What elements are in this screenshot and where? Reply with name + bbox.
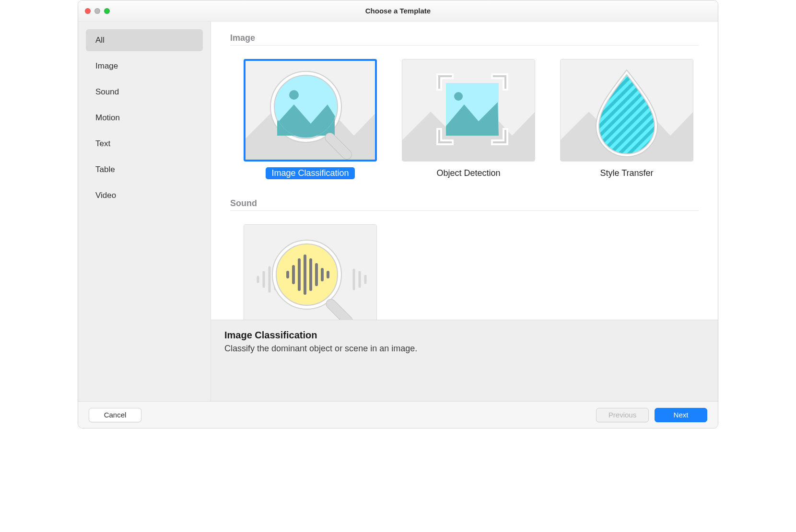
- template-sound-classification[interactable]: Sound Classification: [244, 224, 377, 320]
- sidebar-item-table[interactable]: Table: [86, 159, 203, 181]
- window-title: Choose a Template: [78, 7, 718, 15]
- crop-image-icon: [402, 59, 535, 162]
- image-templates-row: Image Classification: [244, 59, 699, 179]
- section-header-sound: Sound: [230, 198, 699, 208]
- magnifier-image-icon: [244, 59, 377, 162]
- section-divider: [230, 45, 699, 46]
- button-label: Cancel: [104, 411, 127, 419]
- section-header-image: Image: [230, 33, 699, 43]
- footer: Cancel Previous Next: [78, 401, 718, 428]
- button-label: Next: [674, 411, 689, 419]
- template-chooser-window: Choose a Template All Image Sound Motion…: [78, 0, 718, 428]
- ink-drop-icon: [560, 59, 693, 162]
- cancel-button[interactable]: Cancel: [89, 408, 141, 422]
- zoom-window-button[interactable]: [104, 8, 110, 14]
- detail-panel: Image Classification Classify the domina…: [211, 320, 718, 401]
- sidebar-item-label: Text: [95, 139, 110, 149]
- sidebar-item-label: All: [95, 35, 105, 45]
- template-style-transfer[interactable]: Style Transfer: [560, 59, 693, 179]
- sound-templates-row: Sound Classification: [244, 224, 699, 320]
- sidebar-item-label: Motion: [95, 113, 120, 123]
- sidebar-item-label: Sound: [95, 87, 119, 97]
- detail-title: Image Classification: [224, 330, 704, 341]
- sidebar-item-all[interactable]: All: [86, 29, 203, 51]
- sidebar-item-motion[interactable]: Motion: [86, 107, 203, 129]
- template-image-classification[interactable]: Image Classification: [244, 59, 377, 179]
- button-label: Previous: [609, 411, 636, 419]
- template-scroll[interactable]: Image: [211, 22, 718, 320]
- template-object-detection[interactable]: Object Detection: [402, 59, 535, 179]
- svg-point-6: [289, 90, 299, 100]
- traffic-lights: [85, 8, 110, 14]
- detail-description: Classify the dominant object or scene in…: [224, 344, 704, 354]
- svg-point-10: [454, 92, 463, 101]
- previous-button[interactable]: Previous: [596, 408, 649, 422]
- magnifier-waveform-icon: [244, 224, 377, 320]
- sidebar-item-video[interactable]: Video: [86, 185, 203, 207]
- sidebar-item-label: Table: [95, 165, 115, 174]
- minimize-window-button[interactable]: [94, 8, 100, 14]
- template-label: Object Detection: [431, 167, 506, 179]
- sidebar-item-sound[interactable]: Sound: [86, 81, 203, 103]
- template-label: Style Transfer: [594, 167, 659, 179]
- titlebar: Choose a Template: [78, 0, 718, 22]
- sidebar: All Image Sound Motion Text Table Video: [78, 22, 211, 401]
- sidebar-item-text[interactable]: Text: [86, 133, 203, 155]
- template-label: Image Classification: [266, 167, 354, 179]
- sidebar-item-label: Image: [95, 61, 118, 71]
- section-divider: [230, 210, 699, 211]
- template-thumb: [402, 59, 535, 162]
- sidebar-item-label: Video: [95, 191, 116, 200]
- sidebar-item-image[interactable]: Image: [86, 55, 203, 77]
- template-thumb: [244, 59, 377, 162]
- template-thumb: [244, 224, 377, 320]
- next-button[interactable]: Next: [655, 408, 707, 422]
- template-thumb: [560, 59, 693, 162]
- main: Image: [211, 22, 718, 401]
- close-window-button[interactable]: [85, 8, 91, 14]
